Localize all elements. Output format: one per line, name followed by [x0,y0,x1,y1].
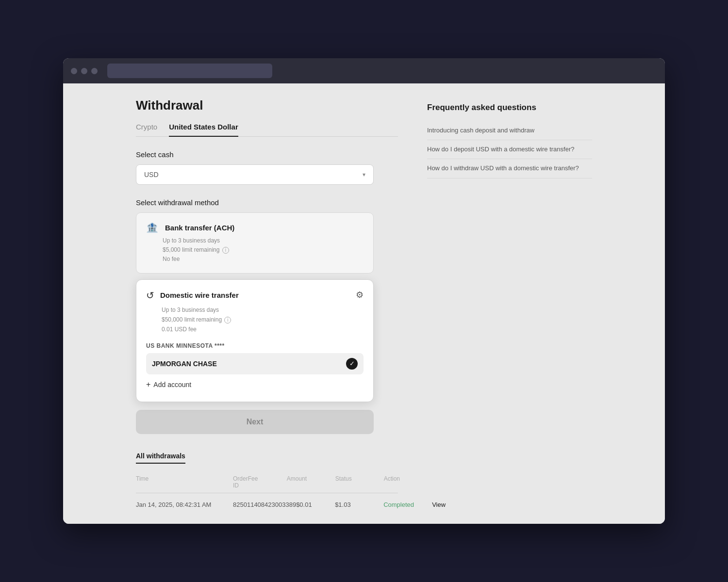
browser-titlebar [63,58,665,83]
jpmorgan-name: JPMORGAN CHASE [152,360,217,368]
table-header: Time Order ID Fee Amount Status Action [136,471,398,493]
selected-check-icon: ✓ [346,358,358,370]
bank-transfer-detail2: $5,000 limit remaining i [163,245,364,255]
header-orderid: Order ID [233,475,248,489]
traffic-light-red [71,68,77,74]
header-fee: Fee [248,475,287,489]
browser-window: Withdrawal Crypto United States Dollar S… [63,58,665,524]
wire-limit-info-icon[interactable]: i [224,317,231,323]
bank-transfer-detail1: Up to 3 business days [163,236,364,245]
tabs-container: Crypto United States Dollar [136,123,398,137]
row-time: Jan 14, 2025, 08:42:31 AM [136,501,233,508]
add-account-label: Add account [153,381,191,388]
select-method-label: Select withdrawal method [136,198,398,207]
table-row: Jan 14, 2025, 08:42:31 AM 82501140842300… [136,495,398,515]
bank-transfer-detail3: No fee [163,255,364,264]
all-withdrawals-tab[interactable]: All withdrawals [136,452,185,464]
row-status: Completed [383,501,432,508]
bank-transfer-card[interactable]: 🏦 Bank transfer (ACH) Up to 3 business d… [136,212,374,274]
domestic-wire-card[interactable]: ↺ Domestic wire transfer ⚙ Up to 3 busin… [136,279,374,402]
header-time: Time [136,475,233,489]
cash-dropdown-value: USD [144,171,159,178]
row-fee: $0.01 [296,501,335,508]
add-account-button[interactable]: + Add account [146,377,364,392]
faq-item-0[interactable]: Introducing cash deposit and withdraw [427,121,592,140]
cash-dropdown[interactable]: USD ▾ [136,164,374,185]
traffic-light-yellow [81,68,87,74]
gear-icon[interactable]: ⚙ [356,290,364,300]
address-bar[interactable] [107,64,272,78]
transfer-icon: ↺ [146,290,154,301]
tab-usd[interactable]: United States Dollar [169,123,238,137]
faq-item-1[interactable]: How do I deposit USD with a domestic wir… [427,140,592,159]
main-content: Withdrawal Crypto United States Dollar S… [136,93,398,524]
withdrawals-section: All withdrawals Time Order ID Fee Amount… [136,452,398,524]
header-status: Status [335,475,384,489]
wire-detail1: Up to 3 business days [162,305,364,315]
next-button[interactable]: Next [136,410,374,434]
bank-transfer-details: Up to 3 business days $5,000 limit remai… [146,236,364,264]
domestic-wire-title: Domestic wire transfer [160,291,239,299]
tab-crypto[interactable]: Crypto [136,123,157,137]
wire-detail3: 0.01 USD fee [162,324,364,334]
plus-icon: + [146,380,150,389]
header-amount: Amount [287,475,335,489]
limit-info-icon[interactable]: i [222,247,229,254]
browser-content: Withdrawal Crypto United States Dollar S… [63,83,665,524]
wire-detail2: $50,000 limit remaining i [162,315,364,324]
header-action: Action [384,475,423,489]
bank-icon: 🏦 [146,222,158,233]
bank-section-label: US BANK MINNESOTA **** [146,342,364,349]
page-title: Withdrawal [136,93,398,113]
traffic-light-green [91,68,98,74]
bank-transfer-title: Bank transfer (ACH) [165,224,234,232]
select-cash-label: Select cash [136,150,398,159]
jpmorgan-row[interactable]: JPMORGAN CHASE ✓ [146,353,364,374]
faq-item-2[interactable]: How do I withdraw USD with a domestic wi… [427,159,592,178]
dropdown-arrow-icon: ▾ [363,171,365,178]
row-amount: $1.03 [335,501,383,508]
row-orderid: 825011408423003389 [233,501,296,508]
domestic-wire-details: Up to 3 business days $50,000 limit rema… [146,305,364,335]
faq-title: Frequently asked questions [427,103,592,113]
faq-sidebar: Frequently asked questions Introducing c… [427,93,592,524]
